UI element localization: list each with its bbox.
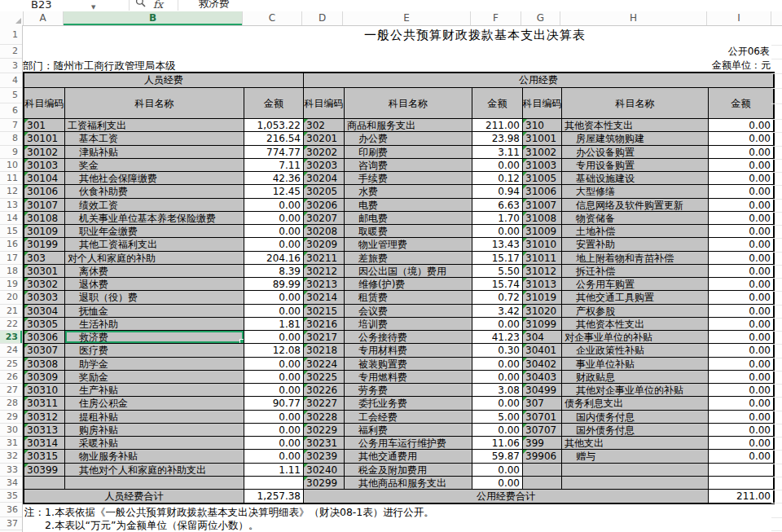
cell-code[interactable]: 30216 (304, 318, 345, 331)
cell-name[interactable]: 专用设备购置 (562, 159, 709, 172)
cell-code[interactable]: 31012 (523, 265, 562, 278)
cell-name[interactable]: 采暖补贴 (65, 437, 244, 450)
cell-code[interactable]: 30109 (24, 225, 65, 238)
cell-code[interactable]: 31010 (523, 238, 562, 251)
row-header-22[interactable]: 22 (0, 318, 22, 331)
cell-amount[interactable]: 1.11 (244, 464, 304, 477)
cell-name[interactable]: 医疗费 (65, 344, 244, 357)
cell-name[interactable]: 水费 (345, 185, 472, 198)
cell-name[interactable]: 财政贴息 (562, 371, 709, 384)
row-header-25[interactable]: 25 (0, 358, 22, 371)
cell-code[interactable]: 30217 (304, 331, 345, 344)
cell-amount[interactable]: 0.00 (244, 358, 304, 371)
cell-name[interactable]: 基本工资 (65, 132, 244, 145)
cell-code[interactable]: 30307 (24, 344, 65, 357)
cell-code[interactable]: 307 (523, 397, 562, 410)
cell-amount[interactable]: 0.00 (472, 358, 523, 371)
cell-amount[interactable]: 0.00 (709, 331, 773, 344)
cell-name[interactable]: 离休费 (65, 265, 244, 278)
cell-code[interactable]: 30309 (24, 371, 65, 384)
cell-name[interactable]: 事业单位补贴 (562, 358, 709, 371)
cell-name[interactable]: 助学金 (65, 358, 244, 371)
cell-amount[interactable]: 0.00 (709, 305, 773, 318)
row-header-3[interactable]: 3 (0, 59, 22, 73)
cell-name[interactable]: 对个人和家庭的补助 (65, 252, 244, 265)
cell-amount[interactable]: 0.72 (472, 291, 523, 304)
cell-name[interactable]: 绩效工资 (65, 199, 244, 212)
cell-code[interactable]: 30301 (24, 265, 65, 278)
cell-code[interactable]: 30231 (304, 437, 345, 450)
cell-code[interactable]: 30228 (304, 411, 345, 424)
cell-name[interactable]: 住房公积金 (65, 397, 244, 410)
cell-code[interactable]: 30305 (24, 318, 65, 331)
cell-amount[interactable]: 7.11 (244, 159, 304, 172)
cell-code[interactable]: 31001 (523, 132, 562, 145)
cell-name[interactable]: 退休费 (65, 278, 244, 291)
cell-amount[interactable]: 0.00 (709, 159, 773, 172)
row-header-37[interactable]: 37 (0, 517, 22, 530)
cell-name[interactable]: 物资储备 (562, 212, 709, 225)
cell-amount[interactable]: 3.11 (472, 146, 523, 159)
cell-code[interactable]: 30306 (24, 331, 65, 344)
cell-name[interactable]: 其他资本性支出 (562, 318, 709, 331)
cell-name[interactable]: 提租补贴 (65, 411, 244, 424)
cell-amount[interactable]: 12.08 (244, 344, 304, 357)
cell-code[interactable]: 39906 (523, 450, 562, 463)
cell-name[interactable]: 福利费 (345, 424, 472, 437)
cell-amount[interactable]: 0.00 (709, 371, 773, 384)
cell-amount[interactable]: 0.00 (472, 371, 523, 384)
cell-code[interactable]: 31002 (523, 146, 562, 159)
column-header-E[interactable]: E (343, 11, 471, 25)
cell-code[interactable]: 30199 (24, 238, 65, 251)
cell-amount[interactable]: 0.00 (709, 265, 773, 278)
row-header-12[interactable]: 12 (0, 185, 22, 198)
cell-name[interactable]: 取暖费 (345, 225, 472, 238)
cell-code[interactable]: 30201 (304, 132, 345, 145)
column-header-G[interactable]: G (521, 11, 560, 25)
cell-name[interactable]: 培训费 (345, 318, 472, 331)
total-label-personnel[interactable]: 人员经费合计 (24, 490, 244, 503)
cell-name[interactable]: 物业服务补贴 (65, 450, 244, 463)
cell-name[interactable]: 租赁费 (345, 291, 472, 304)
selected-cell[interactable]: 救济费 (65, 331, 244, 344)
cell-name[interactable]: 专用材料费 (345, 344, 472, 357)
cell-amount[interactable]: 5.50 (472, 265, 523, 278)
cell-amount[interactable]: 0.00 (709, 291, 773, 304)
cell-code[interactable]: 31099 (523, 318, 562, 331)
cell-amount[interactable]: 3.42 (472, 305, 523, 318)
cell-code[interactable]: 31007 (523, 199, 562, 212)
cell-amount[interactable]: 0.00 (709, 119, 773, 132)
cell-name[interactable]: 其他交通工具购置 (562, 291, 709, 304)
cell-name[interactable]: 伙食补助费 (65, 185, 244, 198)
row-header-35[interactable]: 35 (0, 490, 22, 503)
cell-name[interactable]: 抚恤金 (65, 305, 244, 318)
cell-code[interactable]: 30224 (304, 358, 345, 371)
cell-amount[interactable]: 0.00 (472, 464, 523, 477)
cell-name[interactable]: 办公设备购置 (562, 146, 709, 159)
cell-amount[interactable]: 0.00 (709, 358, 773, 371)
cell-name[interactable]: 职业年金缴费 (65, 225, 244, 238)
cell-code[interactable]: 30202 (304, 146, 345, 159)
row-header-10[interactable]: 10 (0, 159, 22, 172)
cell-code[interactable]: 30302 (24, 278, 65, 291)
cell-code[interactable]: 31006 (523, 185, 562, 198)
cell-code[interactable]: 30215 (304, 305, 345, 318)
cell-name[interactable]: 差旅费 (345, 252, 472, 265)
cell-amount[interactable]: 0.00 (709, 225, 773, 238)
cell-name[interactable]: 国内债务付息 (562, 411, 709, 424)
cell-name[interactable]: 公务用车购置 (562, 278, 709, 291)
cell-name[interactable]: 对企事业单位的补贴 (562, 331, 709, 344)
cell-code[interactable]: 31013 (523, 278, 562, 291)
form-code-cell[interactable]: 公开06表 (707, 45, 771, 59)
cell-code[interactable]: 30225 (304, 371, 345, 384)
cell-code[interactable]: 31020 (523, 305, 562, 318)
sheet-title[interactable]: 一般公共预算财政拨款基本支出决算表 (243, 25, 707, 45)
cell-amount[interactable]: 0.00 (709, 199, 773, 212)
note-line-2[interactable]: 2.本表以“万元”为金额单位（保留两位小数）。 (24, 519, 258, 532)
section-header-public[interactable]: 公用经费 (304, 73, 773, 88)
cell-amount[interactable]: 0.00 (709, 132, 773, 145)
cell-amount[interactable]: 0.00 (709, 397, 773, 410)
cell-amount[interactable] (244, 477, 304, 490)
cell-code[interactable]: 301 (24, 119, 65, 132)
cell-name[interactable]: 大型修缮 (562, 185, 709, 198)
